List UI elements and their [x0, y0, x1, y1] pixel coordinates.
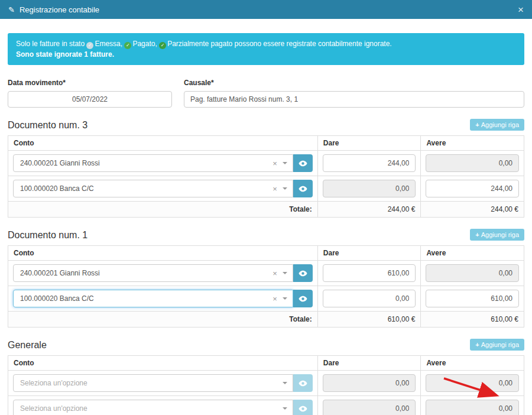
sections-container: Documento num. 3+Aggiungi rigaContoDareA… — [8, 119, 524, 415]
alert-line1: Solo le fatture in stato ✓Emessa, ✓Pagat… — [16, 38, 516, 49]
status-pagato: ✓Pagato, — [124, 40, 159, 48]
totals-dare: 610,00 € — [317, 312, 421, 328]
table-row: Seleziona un'opzione — [8, 396, 524, 415]
clear-icon[interactable]: × — [273, 184, 277, 193]
avere-input[interactable] — [426, 264, 519, 282]
add-row-button[interactable]: +Aggiungi riga — [470, 119, 524, 131]
totals-dare: 244,00 € — [317, 202, 421, 218]
alert-suffix: possono essere registrate contabilmente … — [235, 40, 392, 48]
pagato-status-icon: ✓ — [124, 42, 131, 49]
eye-icon — [299, 270, 307, 277]
section-title: Generale — [8, 340, 47, 351]
dare-input[interactable] — [323, 180, 416, 197]
eye-button[interactable] — [293, 264, 313, 282]
conto-select-value: 240.000201 Gianni Rossi — [20, 269, 273, 277]
eye-button[interactable] — [293, 290, 313, 307]
plus-icon: + — [475, 231, 479, 238]
pencil-icon: ✎ — [8, 5, 15, 14]
conto-select[interactable]: 240.000201 Gianni Rossi× — [13, 264, 293, 282]
form-row: Data movimento* Causale* — [8, 79, 524, 108]
plus-icon: + — [475, 341, 479, 348]
chevron-down-icon — [283, 272, 287, 274]
rows-table: ContoDareAvereSeleziona un'opzioneSelezi… — [8, 355, 524, 415]
avere-input[interactable] — [426, 290, 519, 307]
totals-avere: 610,00 € — [421, 312, 524, 328]
dare-input[interactable] — [323, 290, 416, 307]
registrazione-contabile-modal: ✎ Registrazione contabile × Solo le fatt… — [0, 0, 532, 415]
dare-input[interactable] — [323, 400, 416, 415]
eye-button[interactable] — [293, 400, 313, 415]
eye-icon — [299, 186, 307, 192]
status-parzialmente-pagato: ✓Parzialmente pagato — [159, 40, 234, 48]
totals-row: Totale:244,00 €244,00 € — [8, 202, 524, 218]
avere-input[interactable] — [426, 400, 519, 415]
clear-icon[interactable]: × — [273, 269, 277, 278]
modal-body: Solo le fatture in stato ✓Emessa, ✓Pagat… — [0, 33, 532, 415]
causale-field-wrap: Causale* — [184, 79, 524, 108]
rows-table: ContoDareAvere240.000201 Gianni Rossi×10… — [8, 135, 524, 218]
totals-row: Totale:610,00 €610,00 € — [8, 312, 524, 328]
conto-select[interactable]: 240.000201 Gianni Rossi× — [13, 154, 293, 172]
totals-avere: 244,00 € — [421, 202, 524, 218]
column-header: Avere — [421, 246, 524, 261]
column-header: Dare — [317, 246, 421, 261]
column-header: Conto — [8, 136, 318, 151]
avere-input[interactable] — [426, 154, 519, 172]
date-input[interactable] — [8, 91, 172, 108]
section-title: Documento num. 1 — [8, 230, 87, 241]
chevron-down-icon — [283, 407, 287, 410]
conto-select[interactable]: 100.000020 Banca C/C× — [13, 290, 293, 307]
modal-header: ✎ Registrazione contabile × — [0, 0, 532, 19]
eye-button[interactable] — [293, 154, 313, 172]
chevron-down-icon — [283, 187, 287, 190]
avere-input[interactable] — [426, 374, 519, 392]
chevron-down-icon — [283, 297, 287, 300]
section-title: Documento num. 3 — [8, 120, 87, 131]
conto-select[interactable]: 100.000020 Banca C/C× — [13, 180, 293, 197]
conto-select-value: 240.000201 Gianni Rossi — [20, 159, 273, 167]
causale-input[interactable] — [184, 91, 524, 108]
alert-statuses: ✓Emessa, ✓Pagato, ✓Parzialmente pagato — [86, 40, 234, 48]
dare-input[interactable] — [323, 264, 416, 282]
column-header: Conto — [8, 246, 318, 261]
conto-select-value: Seleziona un'opzione — [20, 404, 283, 413]
table-row: 240.000201 Gianni Rossi× — [8, 261, 524, 286]
alert-prefix: Solo le fatture in stato — [16, 40, 85, 48]
alert-line2: Sono state ignorate 1 fatture. — [16, 49, 516, 60]
totals-label: Totale: — [8, 312, 318, 328]
section-0: Documento num. 3+Aggiungi rigaContoDareA… — [8, 119, 524, 218]
dare-input[interactable] — [323, 154, 416, 172]
info-alert: Solo le fatture in stato ✓Emessa, ✓Pagat… — [8, 33, 524, 65]
date-label: Data movimento* — [8, 79, 172, 87]
date-field-wrap: Data movimento* — [8, 79, 172, 108]
emessa-status-icon: ✓ — [86, 42, 93, 49]
eye-icon — [299, 406, 307, 412]
table-row: 100.000020 Banca C/C× — [8, 176, 524, 202]
chevron-down-icon — [283, 162, 287, 164]
conto-select[interactable]: Seleziona un'opzione — [13, 374, 293, 392]
totals-label: Totale: — [8, 202, 318, 218]
eye-icon — [299, 380, 307, 387]
rows-table: ContoDareAvere240.000201 Gianni Rossi×10… — [8, 245, 524, 328]
eye-button[interactable] — [293, 374, 313, 392]
table-row: Seleziona un'opzione — [8, 371, 524, 396]
eye-button[interactable] — [293, 180, 313, 197]
eye-icon — [299, 296, 307, 302]
section-1: Documento num. 1+Aggiungi rigaContoDareA… — [8, 229, 524, 328]
close-icon[interactable]: × — [518, 5, 524, 15]
avere-input[interactable] — [426, 180, 519, 197]
add-row-button[interactable]: +Aggiungi riga — [470, 339, 524, 351]
add-row-button[interactable]: +Aggiungi riga — [470, 229, 524, 241]
column-header: Conto — [8, 356, 318, 371]
column-header: Avere — [421, 136, 524, 151]
status-emessa: ✓Emessa, — [86, 40, 124, 48]
dare-input[interactable] — [323, 374, 416, 392]
column-header: Dare — [317, 356, 421, 371]
conto-select-value: 100.000020 Banca C/C — [20, 294, 273, 303]
column-header: Dare — [317, 136, 421, 151]
table-row: 100.000020 Banca C/C× — [8, 286, 524, 312]
causale-label: Causale* — [184, 79, 524, 87]
conto-select[interactable]: Seleziona un'opzione — [13, 400, 293, 415]
clear-icon[interactable]: × — [273, 159, 277, 168]
clear-icon[interactable]: × — [273, 294, 277, 303]
